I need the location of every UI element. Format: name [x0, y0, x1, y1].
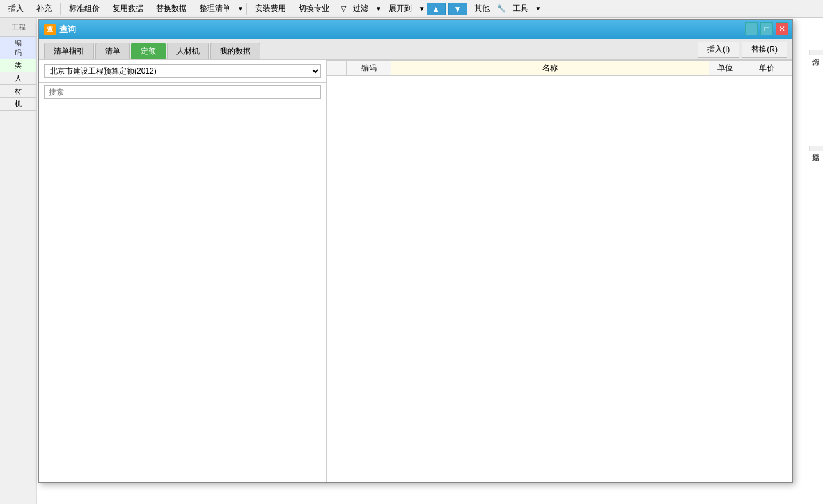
bg-label-bianma: 编码 — [0, 37, 36, 59]
insert-btn[interactable]: 插入 — [3, 1, 29, 16]
left-panel: 北京市建设工程预算定额(2012) — [39, 60, 327, 482]
switch-pro-btn[interactable]: 切换专业 — [293, 1, 335, 16]
divider1 — [60, 3, 61, 15]
restore-btn[interactable]: □ — [760, 22, 773, 35]
down-btn[interactable]: ▼ — [448, 3, 467, 15]
dialog-titlebar[interactable]: 查 查询 ─ □ ✕ — [39, 20, 792, 39]
bg-label-lei: 类 — [0, 59, 36, 72]
divider3 — [338, 3, 338, 15]
search-bar — [39, 83, 326, 102]
reuse-data-btn[interactable]: 复用数据 — [107, 1, 149, 16]
other-btn[interactable]: 其他 — [469, 1, 496, 16]
filter-icon: ▽ — [341, 4, 346, 13]
right-panel: 编码 名称 单位 单价 — [327, 60, 792, 482]
dialog-body: 北京市建设工程预算定额(2012) 编码 名称 单 — [39, 60, 792, 482]
replace-action-btn[interactable]: 替换(R) — [742, 42, 787, 58]
tab-mydata[interactable]: 我的数据 — [210, 43, 260, 59]
close-btn[interactable]: ✕ — [776, 22, 788, 35]
tab-qingdan-zhiyin[interactable]: 清单指引 — [44, 43, 94, 59]
data-table: 编码 名称 单位 单价 — [327, 60, 792, 76]
bg-label-ji: 机 — [0, 98, 36, 111]
tab-actions: 插入(I) 替换(R) — [698, 42, 787, 59]
left-panel-bg: 工程 编码 类 人 材 机 — [0, 18, 37, 504]
up-btn[interactable]: ▲ — [427, 3, 446, 15]
replace-data-btn[interactable]: 替换数据 — [150, 1, 192, 16]
bg-label-ren: 人 — [0, 72, 36, 85]
query-dialog: 查 查询 ─ □ ✕ 清单指引 清单 定额 人材机 我的数据 插入(I) 替换(… — [38, 19, 793, 483]
bg-label-cai: 材 — [0, 85, 36, 98]
tree-area[interactable] — [39, 102, 326, 482]
tool-icon: 🔧 — [497, 4, 506, 13]
top-toolbar: 插入 补充 标准组价 复用数据 替换数据 整理清单 ▼ 安装费用 切换专业 ▽ … — [0, 0, 823, 18]
standard-group-btn[interactable]: 标准组价 — [63, 1, 106, 16]
dialog-icon: 查 — [44, 24, 56, 35]
insert-action-btn[interactable]: 插入(I) — [698, 42, 739, 58]
quota-dropdown[interactable]: 北京市建设工程预算定额(2012) — [44, 64, 321, 78]
minimize-btn[interactable]: ─ — [745, 22, 758, 35]
th-code: 编码 — [347, 61, 391, 76]
th-price: 单价 — [741, 61, 792, 76]
th-unit: 单位 — [709, 61, 741, 76]
dialog-controls: ─ □ ✕ — [745, 22, 788, 35]
dialog-tabs: 清单指引 清单 定额 人材机 我的数据 插入(I) 替换(R) — [39, 39, 792, 60]
organize-list-dropdown[interactable]: ▼ — [237, 5, 244, 12]
table-container[interactable]: 编码 名称 单位 单价 — [327, 60, 792, 482]
th-num — [327, 61, 347, 76]
install-fee-btn[interactable]: 安装费用 — [249, 1, 292, 16]
dialog-title: 查询 — [59, 24, 76, 35]
filter-dropdown[interactable]: ▼ — [375, 5, 382, 12]
th-name: 名称 — [391, 61, 709, 76]
tool-dropdown[interactable]: ▼ — [535, 5, 542, 12]
expand-dropdown[interactable]: ▼ — [419, 5, 425, 12]
left-panel-header: 北京市建设工程预算定额(2012) — [39, 60, 326, 83]
right-side-label: 综合 — [809, 50, 823, 55]
replenish-btn[interactable]: 补充 — [31, 1, 58, 16]
organize-list-btn[interactable]: 整理清单 — [194, 1, 236, 16]
tab-rencaiji[interactable]: 人材机 — [167, 43, 209, 59]
filter-btn[interactable]: 过滤 — [347, 1, 374, 16]
tab-dinee[interactable]: 定额 — [131, 43, 166, 59]
expand-to-btn[interactable]: 展开到 — [383, 1, 418, 16]
search-input[interactable] — [44, 85, 321, 99]
bg-label-gongcheng: 工程 — [0, 18, 36, 37]
tab-qingdan[interactable]: 清单 — [95, 43, 130, 59]
tool-btn[interactable]: 工具 — [507, 1, 534, 16]
right-side-label2: 原始 — [809, 146, 823, 151]
divider2 — [246, 3, 247, 15]
